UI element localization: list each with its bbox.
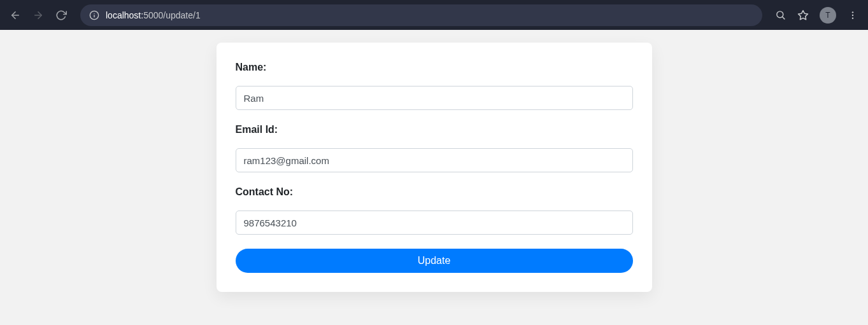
- zoom-button[interactable]: [770, 5, 790, 25]
- update-button[interactable]: Update: [236, 249, 633, 273]
- arrow-left-icon: [10, 10, 21, 21]
- avatar-letter: T: [825, 11, 830, 20]
- svg-point-9: [852, 14, 853, 15]
- svg-point-10: [852, 17, 853, 18]
- svg-point-8: [852, 11, 853, 13]
- email-input[interactable]: [236, 148, 633, 172]
- svg-line-6: [782, 17, 784, 18]
- kebab-icon: [848, 10, 858, 20]
- contact-label: Contact No:: [236, 186, 633, 198]
- url-host: localhost:: [106, 10, 143, 20]
- arrow-right-icon: [32, 10, 44, 21]
- star-icon: [797, 10, 809, 21]
- browser-toolbar: localhost:5000/update/1 T: [0, 0, 868, 30]
- search-icon: [775, 10, 786, 20]
- bookmark-button[interactable]: [793, 5, 813, 25]
- url-text: localhost:5000/update/1: [106, 10, 201, 20]
- name-input[interactable]: [236, 86, 633, 110]
- svg-marker-7: [799, 10, 808, 19]
- site-info-icon[interactable]: [89, 10, 99, 20]
- name-label: Name:: [236, 62, 633, 73]
- url-path: 5000/update/1: [143, 10, 201, 20]
- address-bar[interactable]: localhost:5000/update/1: [80, 4, 762, 26]
- back-button[interactable]: [5, 5, 25, 25]
- profile-avatar[interactable]: T: [820, 7, 836, 24]
- forward-button[interactable]: [28, 5, 48, 25]
- update-form-card: Name: Email Id: Contact No: Update: [217, 43, 652, 292]
- reload-icon: [55, 10, 67, 21]
- page-content: Name: Email Id: Contact No: Update: [0, 30, 868, 292]
- contact-input[interactable]: [236, 211, 633, 235]
- reload-button[interactable]: [51, 5, 71, 25]
- email-label: Email Id:: [236, 124, 633, 135]
- menu-button[interactable]: [843, 5, 863, 25]
